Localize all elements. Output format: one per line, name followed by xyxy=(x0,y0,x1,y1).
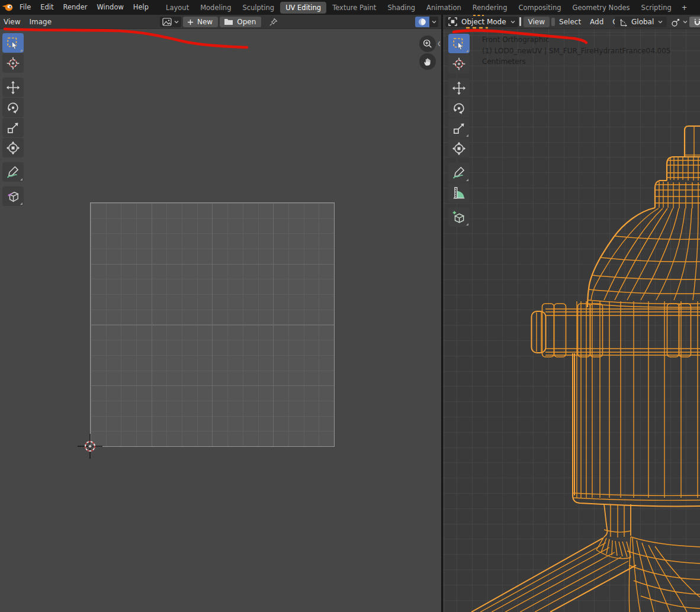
workspace-tab-geometry-nodes[interactable]: Geometry Nodes xyxy=(567,2,635,14)
workspace-tab-rendering[interactable]: Rendering xyxy=(467,2,513,14)
display-channels-dropdown[interactable] xyxy=(429,17,438,27)
chevron-down-icon xyxy=(174,20,179,24)
vp-tool-transform[interactable] xyxy=(448,138,470,158)
image-browse-button[interactable] xyxy=(160,17,181,27)
add-workspace-button[interactable]: + xyxy=(677,2,692,14)
workspace-tab-shading[interactable]: Shading xyxy=(382,2,420,14)
viewport-header: Object Mode ViewSelectAddObject Global xyxy=(443,15,700,29)
uv-tool-rip-region[interactable] xyxy=(2,186,24,206)
header-nub xyxy=(551,18,555,26)
vp-tool-move[interactable] xyxy=(448,78,470,98)
viewport-menu-select[interactable]: Select xyxy=(555,18,586,26)
topbar-menu-edit[interactable]: Edit xyxy=(36,0,58,15)
display-channels-button[interactable] xyxy=(415,17,429,27)
uv-2d-cursor[interactable] xyxy=(77,433,103,459)
workspace-tab-scripting[interactable]: Scripting xyxy=(636,2,677,14)
workspace-tabs: LayoutModelingSculptingUV EditingTexture… xyxy=(160,2,692,14)
viewport-3d-panel: Object Mode ViewSelectAddObject Global xyxy=(443,15,700,612)
open-image-button[interactable]: Open xyxy=(220,17,261,27)
topbar-menu-file[interactable]: File xyxy=(15,0,36,15)
uv-editor-panel: ViewImage New xyxy=(0,15,441,612)
object-mode-icon xyxy=(448,17,457,26)
new-image-label: New xyxy=(197,18,213,26)
orientation-label: Global xyxy=(631,18,654,26)
topbar-menu-render[interactable]: Render xyxy=(59,0,92,15)
transform-orientation-dropdown[interactable]: Global xyxy=(615,17,667,27)
uv-tool-transform[interactable] xyxy=(2,138,24,157)
collapse-gizmos-icon[interactable]: ❮ xyxy=(437,41,441,46)
mode-dropdown[interactable]: Object Mode xyxy=(445,17,518,27)
vp-tool-add-cube[interactable] xyxy=(448,207,470,227)
fire-hydrant-wireframe[interactable] xyxy=(443,29,700,612)
uv-editor-canvas[interactable]: ❮ xyxy=(0,29,441,612)
open-image-label: Open xyxy=(237,18,256,26)
mode-label: Object Mode xyxy=(461,18,506,26)
pin-icon[interactable] xyxy=(269,18,278,27)
uv-tool-rotate[interactable] xyxy=(2,98,24,117)
new-image-button[interactable]: New xyxy=(183,17,218,27)
topbar-menu-help[interactable]: Help xyxy=(129,0,153,15)
vp-tool-cursor-3d[interactable] xyxy=(448,54,470,73)
workspace-tab-animation[interactable]: Animation xyxy=(421,2,467,14)
view-name-text: Front Orthographic xyxy=(482,34,671,46)
orientation-axes-icon xyxy=(619,18,628,27)
viewport-menu-view[interactable]: View xyxy=(524,17,550,27)
uv-menu-view[interactable]: View xyxy=(0,18,25,26)
uv-editor-header: ViewImage New xyxy=(0,15,441,29)
uv-tool-scale[interactable] xyxy=(2,118,24,137)
plus-icon xyxy=(187,19,194,25)
uv-toolbar xyxy=(2,33,24,207)
topbar: FileEditRenderWindowHelp LayoutModelingS… xyxy=(0,0,700,15)
uv-tool-annotate[interactable] xyxy=(2,162,24,182)
blender-logo-icon[interactable] xyxy=(0,3,15,12)
snap-toggle-button[interactable] xyxy=(689,17,700,27)
workspace-tab-layout[interactable]: Layout xyxy=(160,2,194,14)
snap-target-dropdown[interactable] xyxy=(671,17,688,27)
folder-icon xyxy=(224,18,233,25)
uv-tool-move[interactable] xyxy=(2,78,24,97)
header-drag-handle[interactable] xyxy=(519,17,521,26)
units-text: Centimeters xyxy=(482,56,671,67)
image-icon xyxy=(162,18,172,26)
viewport-menu-add[interactable]: Add xyxy=(586,18,609,26)
pan-gizmo[interactable] xyxy=(419,53,436,70)
viewport-toolbar xyxy=(448,34,470,227)
workspace-tab-uv-editing[interactable]: UV Editing xyxy=(280,2,326,14)
workspace-tab-texture-paint[interactable]: Texture Paint xyxy=(327,2,381,14)
zoom-gizmo[interactable] xyxy=(419,36,436,52)
uv-tool-cursor-2d[interactable] xyxy=(2,53,24,73)
uv-image-grid xyxy=(90,202,335,447)
topbar-menu-window[interactable]: Window xyxy=(92,0,128,15)
vp-tool-annotate[interactable] xyxy=(448,163,470,182)
vp-tool-tweak-select[interactable] xyxy=(448,34,470,53)
workspace-tab-modeling[interactable]: Modeling xyxy=(195,2,236,14)
uv-tool-tweak-select[interactable] xyxy=(2,33,24,53)
vp-tool-rotate[interactable] xyxy=(448,98,470,118)
workspace-tab-sculpting[interactable]: Sculpting xyxy=(237,2,280,14)
active-object-text: (1) LOD0_newUV | SM_FUR_FireHydrantFranc… xyxy=(482,46,671,57)
viewport-3d-canvas[interactable]: Front Orthographic (1) LOD0_newUV | SM_F… xyxy=(443,29,700,612)
vp-tool-measure[interactable] xyxy=(448,183,470,202)
uv-menu-image[interactable]: Image xyxy=(25,18,57,26)
viewport-overlay-text: Front Orthographic (1) LOD0_newUV | SM_F… xyxy=(482,34,671,67)
workspace-tab-compositing[interactable]: Compositing xyxy=(513,2,566,14)
vp-tool-scale[interactable] xyxy=(448,118,470,138)
